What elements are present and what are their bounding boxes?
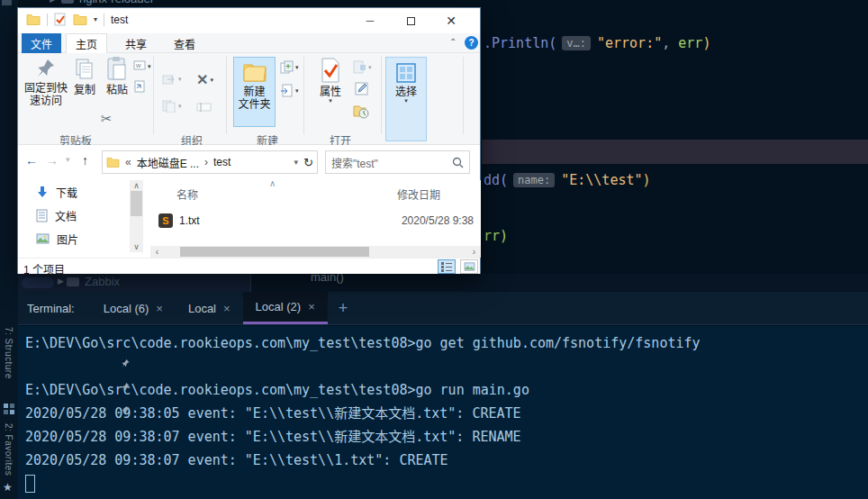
folder-icon: [61, 0, 74, 4]
history-dropdown-icon[interactable]: ▾: [66, 155, 70, 164]
ribbon: 固定到快速访问 复制 粘贴 ✂ W ▾: [18, 53, 480, 145]
folder-icon: [67, 277, 79, 286]
address-bar[interactable]: « 本地磁盘E ... › test ▾ ↻: [102, 150, 318, 174]
properties-quick-icon[interactable]: [54, 13, 67, 26]
terminal-tab-local-2-active[interactable]: Local (2) ×: [243, 292, 328, 324]
folder-icon: [106, 157, 120, 168]
scroll-right-icon[interactable]: ›: [467, 247, 481, 257]
tab-share[interactable]: 共享: [115, 33, 157, 53]
cut-icon[interactable]: ✂: [101, 111, 113, 127]
code-line-watcher-add[interactable]: dd(name:"E:\\test"): [484, 170, 651, 190]
tree-selection-pill: [22, 277, 54, 288]
close-icon[interactable]: ×: [308, 300, 315, 313]
copy-button[interactable]: 复制: [70, 58, 99, 96]
scrollbar-thumb[interactable]: [131, 191, 142, 216]
new-item-button[interactable]: ▾: [280, 60, 299, 74]
refresh-icon[interactable]: ↻: [303, 156, 313, 169]
copy-to-button[interactable]: ▾: [162, 100, 182, 113]
tab-view[interactable]: 查看: [164, 33, 205, 53]
document-icon: [36, 209, 48, 222]
tree-row-fragment[interactable]: ▶ Zabbix: [18, 274, 250, 292]
scrollbar-thumb[interactable]: [180, 247, 369, 257]
code-token-paren: ): [643, 172, 651, 188]
project-tree-fragment: ▶ nginx-reloader: [50, 0, 284, 7]
search-input[interactable]: 搜索"test": [325, 150, 470, 174]
code-line-println[interactable]: .Println(v…:"error:", err): [484, 33, 710, 53]
new-folder-quick-icon[interactable]: [73, 14, 87, 25]
thumbnail-view-button[interactable]: [460, 259, 478, 274]
group-divider: [153, 57, 154, 134]
breadcrumb-drive[interactable]: 本地磁盘E ...: [137, 155, 199, 170]
up-button[interactable]: ↑: [82, 153, 88, 168]
close-icon[interactable]: ×: [223, 302, 231, 315]
tab-file[interactable]: 文件: [22, 33, 61, 53]
tree-item-label: nginx-reloader: [79, 0, 154, 5]
new-terminal-tab-button[interactable]: +: [328, 299, 359, 318]
history-icon: [353, 104, 369, 119]
explorer-titlebar[interactable]: ▾ test ─ ✕: [18, 8, 480, 33]
history-button[interactable]: [353, 104, 369, 122]
collapse-ribbon-icon[interactable]: ⌃: [449, 37, 457, 47]
button-label: 复制: [74, 84, 95, 96]
code-line-err-fragment[interactable]: rr): [484, 226, 508, 246]
param-hint-badge: name:: [513, 173, 555, 187]
favorites-toolwindow-button[interactable]: 2: Favorites: [4, 423, 14, 476]
horizontal-scrollbar[interactable]: ‹ ›: [150, 246, 481, 258]
copy-path-button[interactable]: W ▾: [133, 60, 151, 73]
close-button[interactable]: ✕: [432, 8, 470, 33]
terminal-tab-local[interactable]: Local ×: [176, 292, 243, 324]
delete-button[interactable]: ✕ ▾: [196, 71, 213, 88]
rename-button[interactable]: [196, 102, 212, 113]
easy-access-icon: [280, 84, 294, 97]
column-header-date[interactable]: 修改日期: [397, 186, 440, 202]
maximize-button[interactable]: [392, 8, 429, 33]
structure-toolwindow-button[interactable]: 7: Structure: [4, 327, 14, 379]
column-header-name[interactable]: 名称: [176, 186, 198, 202]
close-icon[interactable]: ×: [156, 302, 163, 315]
qat-customize-icon[interactable]: ▾: [94, 15, 97, 23]
terminal-tab-local-6[interactable]: Local (6) ×: [91, 292, 176, 324]
tab-home[interactable]: 主页: [66, 33, 107, 53]
file-explorer-window[interactable]: ▾ test ─ ✕ 文件 主页 共享 查看 ⌃ ? 固定到快速访问: [17, 7, 481, 274]
group-divider: [226, 57, 227, 134]
file-name: 1.txt: [179, 214, 200, 227]
terminal-output[interactable]: E:\DEV\Go\src\code.rookieops.com\my_test…: [18, 326, 868, 499]
terminal-line: 2020/05/28 09:38:05 event: "E:\\test\\新建…: [25, 402, 868, 425]
address-dropdown-icon[interactable]: ▾: [294, 158, 299, 167]
tab-label: Local (2): [256, 300, 302, 313]
terminal-line: E:\DEV\Go\src\code.rookieops.com\my_test…: [25, 378, 868, 402]
new-folder-button[interactable]: 新建 文件夹: [233, 57, 276, 127]
thumbnail-view-icon: [464, 262, 475, 271]
help-icon[interactable]: ?: [465, 36, 478, 50]
scroll-down-icon[interactable]: ∨: [130, 242, 143, 251]
dropdown-arrow-icon: ▾: [295, 65, 299, 70]
forward-button[interactable]: →: [46, 153, 59, 168]
edit-button[interactable]: [355, 82, 368, 98]
file-row[interactable]: S 1.txt 2020/5/28 9:38: [158, 211, 474, 231]
details-view-button[interactable]: [438, 259, 456, 274]
minimize-button[interactable]: ─: [351, 8, 389, 33]
terminal-line: [25, 355, 868, 378]
edit-icon: [355, 82, 368, 95]
open-with-button[interactable]: ▾: [353, 60, 372, 74]
breadcrumb-folder[interactable]: test: [213, 156, 231, 168]
properties-button[interactable]: 属性 ▾: [313, 58, 348, 104]
easy-access-button[interactable]: ▾: [280, 84, 299, 97]
paste-button[interactable]: 粘贴: [102, 56, 132, 96]
scroll-up-icon[interactable]: ∧: [130, 181, 143, 190]
paste-icon: [106, 56, 128, 81]
group-divider: [463, 57, 464, 134]
nav-item-label: 下载: [56, 185, 77, 200]
breadcrumb-chevron[interactable]: «: [125, 156, 131, 168]
scroll-left-icon[interactable]: ‹: [150, 247, 164, 257]
nav-scrollbar[interactable]: ∧ ∨: [130, 180, 143, 252]
divider: [47, 14, 48, 26]
param-hint-badge: v…:: [562, 36, 591, 50]
select-button[interactable]: 选择 ▾: [385, 57, 427, 141]
back-button[interactable]: ←: [25, 153, 38, 168]
move-to-button[interactable]: ▾: [162, 73, 182, 86]
editor-current-line-highlight: [482, 140, 868, 164]
pin-to-quick-access-button[interactable]: 固定到快速访问: [24, 58, 68, 107]
paste-shortcut-button[interactable]: [133, 80, 146, 93]
status-bar: 1 个项目: [18, 258, 480, 274]
